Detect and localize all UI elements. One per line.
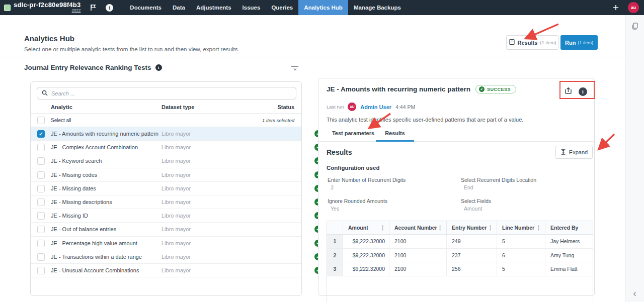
search-input[interactable] — [51, 90, 291, 96]
detail-tabs: Test parameters Results — [318, 126, 594, 142]
dataset-type: Libro mayor — [162, 158, 191, 164]
export-icon[interactable] — [564, 86, 573, 97]
row-checkbox[interactable] — [37, 144, 45, 151]
filter-icon[interactable] — [291, 66, 299, 70]
info-icon-topbar[interactable]: i — [106, 4, 113, 12]
last-run-user-link[interactable]: Admin User — [360, 104, 391, 110]
project-status-icon — [4, 5, 11, 11]
info-icon-tests[interactable]: i — [155, 64, 162, 71]
row-checkbox[interactable] — [37, 171, 45, 179]
row-checkbox[interactable] — [37, 198, 45, 206]
row-checkbox[interactable] — [37, 226, 45, 233]
config-value: Amount — [461, 206, 582, 212]
test-row[interactable]: JE - Missing descriptionsLibro mayor✓ — [31, 195, 301, 209]
entry-number-cell: 249 — [447, 235, 497, 248]
test-row[interactable]: JE - Missing IDLibro mayor✓ — [31, 209, 301, 223]
status-badge: ✓ SUCCESS — [475, 85, 516, 93]
run-button[interactable]: Run (1 item) — [560, 35, 598, 50]
run-button-label: Run — [565, 40, 576, 46]
expand-button[interactable]: Expand — [555, 146, 593, 159]
test-name: JE - Amounts with recurring numeric patt… — [51, 131, 158, 137]
copy-pages-icon[interactable] — [631, 22, 639, 32]
results-button[interactable]: Results (1 item) — [506, 35, 558, 50]
test-row[interactable]: JE - Missing codesLibro mayor✓ — [31, 168, 301, 182]
test-row[interactable]: JE - Missing datesLibro mayor✓ — [31, 182, 301, 195]
row-number: 3 — [327, 262, 343, 276]
nav-item-data[interactable]: Data — [167, 0, 191, 15]
select-all-checkbox[interactable] — [37, 117, 45, 124]
column-menu-icon[interactable]: ⋮ — [380, 225, 385, 231]
test-row[interactable]: JE - Percentage high value amountLibro m… — [31, 237, 301, 250]
nav-item-manage-backups[interactable]: Manage Backups — [348, 0, 407, 15]
test-row[interactable]: JE - Unusual Account CombinationsLibro m… — [31, 264, 301, 277]
test-name: JE - Missing codes — [51, 172, 97, 178]
entered-by-cell: Amy Tung — [545, 249, 593, 262]
row-checkbox[interactable] — [37, 267, 45, 274]
info-icon-detail[interactable]: i — [579, 87, 587, 96]
test-detail-panel: JE - Amounts with recurring numeric patt… — [318, 78, 595, 296]
test-name: JE - Keyword search — [51, 158, 102, 164]
dataset-type: Libro mayor — [162, 172, 191, 178]
result-row: 3$9,222.3200021002565Emma Flatt — [327, 262, 593, 276]
collapse-panel-chevron[interactable]: ‹ — [633, 287, 636, 299]
nav-item-adjustments[interactable]: Adjustments — [191, 0, 237, 15]
row-checkbox[interactable] — [37, 157, 45, 165]
page-title: Analytics Hub — [24, 34, 74, 43]
test-row[interactable]: JE - Complex Account CombinationLibro ma… — [31, 141, 301, 154]
row-number: 2 — [327, 249, 343, 262]
user-avatar[interactable]: au — [628, 2, 639, 13]
test-name: JE - Missing descriptions — [51, 199, 112, 205]
column-header-label: Line Number — [502, 225, 534, 231]
test-name: JE - Unusual Account Combinations — [51, 267, 139, 273]
tab-test-parameters[interactable]: Test parameters — [326, 126, 381, 142]
row-checkbox[interactable] — [37, 240, 45, 247]
amount-cell: $9,222.32000 — [343, 262, 389, 276]
column-header-entry-number[interactable]: Entry Number⋮ — [447, 221, 497, 234]
test-row[interactable]: ✓JE - Amounts with recurring numeric pat… — [31, 127, 301, 141]
nav-item-analytics-hub[interactable]: Analytics Hub — [298, 0, 348, 15]
project-selector[interactable]: sdlc-pr-f2c80e98f4b3 2022 — [4, 2, 80, 13]
row-checkbox[interactable] — [37, 253, 45, 261]
detail-title-row: JE - Amounts with recurring numeric patt… — [327, 85, 516, 93]
column-header-status: Status — [277, 104, 294, 110]
column-header-dataset-type: Dataset type — [162, 104, 194, 110]
dataset-type: Libro mayor — [162, 144, 191, 150]
tab-results[interactable]: Results — [376, 126, 414, 142]
row-checkbox[interactable] — [37, 185, 45, 192]
column-header-account-number[interactable]: Account Number⋮ — [389, 221, 447, 234]
nav-item-documents[interactable]: Documents — [124, 0, 167, 15]
test-row[interactable]: JE - Transactions within a date rangeLib… — [31, 250, 301, 264]
results-heading: Results — [327, 148, 352, 156]
column-header-line-number[interactable]: Line Number⋮ — [497, 221, 545, 234]
results-table: Amount⋮Account Number⋮Entry Number⋮Line … — [327, 221, 593, 302]
column-menu-icon[interactable]: ⋮ — [536, 225, 541, 231]
run-button-count: (1 item) — [578, 40, 593, 45]
result-row: 1$9,222.3200021002495Jay Helmers — [327, 235, 593, 249]
config-value: Yes — [328, 206, 461, 212]
add-icon[interactable]: + — [613, 1, 619, 15]
last-run-avatar: AU — [348, 103, 356, 111]
flag-icon[interactable] — [90, 4, 97, 11]
entered-by-cell: Jay Helmers — [545, 235, 593, 248]
tests-section-title: Journal Entry Relevance Ranking Tests i — [24, 64, 162, 71]
column-menu-icon[interactable]: ⋮ — [437, 225, 443, 231]
test-row[interactable]: JE - Keyword searchLibro mayor✓ — [31, 154, 301, 168]
last-run-label: Last run — [327, 104, 344, 110]
nav-item-queries[interactable]: Queries — [266, 0, 298, 15]
column-header-label: Entered By — [550, 225, 578, 231]
dataset-type: Libro mayor — [162, 267, 191, 273]
results-button-count: (1 item) — [540, 40, 556, 45]
config-item: Select FieldsAmount — [461, 198, 582, 212]
row-checkbox[interactable]: ✓ — [37, 130, 45, 138]
nav-item-issues[interactable]: Issues — [237, 0, 266, 15]
column-header-entered-by[interactable]: Entered By — [545, 221, 593, 234]
test-name: JE - Missing ID — [51, 213, 88, 219]
column-menu-icon[interactable]: ⋮ — [488, 225, 493, 231]
dataset-type: Libro mayor — [162, 131, 191, 137]
expand-icon — [560, 149, 566, 156]
header-divider — [0, 57, 625, 57]
row-checkbox[interactable] — [37, 212, 45, 220]
test-row[interactable]: JE - Out of balance entriesLibro mayor✓ — [31, 223, 301, 236]
column-header-amount[interactable]: Amount⋮ — [343, 221, 389, 234]
entry-number-cell: 237 — [447, 249, 497, 262]
